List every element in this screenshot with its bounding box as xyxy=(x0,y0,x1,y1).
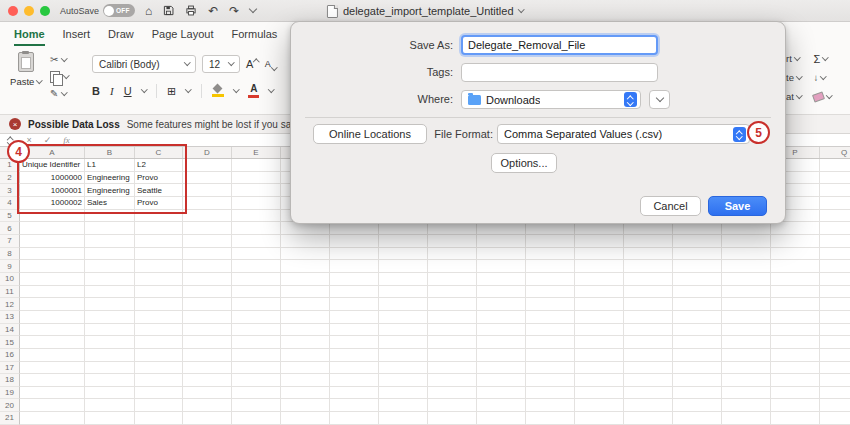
cell-A7[interactable] xyxy=(20,235,85,248)
cell-H11[interactable] xyxy=(379,286,428,299)
cell-L13[interactable] xyxy=(575,311,624,324)
cell-D10[interactable] xyxy=(183,273,232,286)
online-locations-button[interactable]: Online Locations xyxy=(313,124,427,144)
cell-L20[interactable] xyxy=(575,399,624,412)
row-header-20[interactable]: 20 xyxy=(0,399,20,412)
cell-J19[interactable] xyxy=(477,387,526,400)
column-header-E[interactable]: E xyxy=(232,147,281,158)
cell-P11[interactable] xyxy=(771,286,820,299)
tab-draw[interactable]: Draw xyxy=(108,28,134,46)
cell-G11[interactable] xyxy=(330,286,379,299)
cell-B13[interactable] xyxy=(85,311,135,324)
cell-E15[interactable] xyxy=(232,336,281,349)
cell-Q15[interactable] xyxy=(820,336,850,349)
cell-Q9[interactable] xyxy=(820,260,850,273)
cell-F10[interactable] xyxy=(281,273,330,286)
cell-O19[interactable] xyxy=(722,387,771,400)
cell-O15[interactable] xyxy=(722,336,771,349)
cell-M11[interactable] xyxy=(624,286,673,299)
cell-L12[interactable] xyxy=(575,298,624,311)
cell-E8[interactable] xyxy=(232,248,281,261)
cell-P8[interactable] xyxy=(771,248,820,261)
cell-O17[interactable] xyxy=(722,362,771,375)
cell-F14[interactable] xyxy=(281,324,330,337)
warning-close-icon[interactable]: × xyxy=(9,118,21,130)
autosave-switch[interactable]: OFF xyxy=(103,4,135,17)
cell-G12[interactable] xyxy=(330,298,379,311)
cell-F8[interactable] xyxy=(281,248,330,261)
cell-G17[interactable] xyxy=(330,362,379,375)
cell-J16[interactable] xyxy=(477,349,526,362)
row-header-17[interactable]: 17 xyxy=(0,362,20,375)
cell-G7[interactable] xyxy=(330,235,379,248)
cell-M12[interactable] xyxy=(624,298,673,311)
cell-O11[interactable] xyxy=(722,286,771,299)
cell-F12[interactable] xyxy=(281,298,330,311)
cell-E14[interactable] xyxy=(232,324,281,337)
cell-N10[interactable] xyxy=(673,273,722,286)
cell-K6[interactable] xyxy=(526,222,575,235)
cell-H14[interactable] xyxy=(379,324,428,337)
cell-Q20[interactable] xyxy=(820,399,850,412)
cell-P12[interactable] xyxy=(771,298,820,311)
cell-E16[interactable] xyxy=(232,349,281,362)
cell-J13[interactable] xyxy=(477,311,526,324)
column-header-Q[interactable]: Q xyxy=(820,147,850,158)
cell-I14[interactable] xyxy=(428,324,477,337)
cell-I9[interactable] xyxy=(428,260,477,273)
clear-button[interactable] xyxy=(813,91,832,102)
cell-M10[interactable] xyxy=(624,273,673,286)
cell-G18[interactable] xyxy=(330,374,379,387)
cell-O9[interactable] xyxy=(722,260,771,273)
print-icon[interactable] xyxy=(185,5,197,16)
cell-L14[interactable] xyxy=(575,324,624,337)
options-button[interactable]: Options... xyxy=(491,153,557,173)
cell-P19[interactable] xyxy=(771,387,820,400)
cell-M6[interactable] xyxy=(624,222,673,235)
cell-H7[interactable] xyxy=(379,235,428,248)
cell-F15[interactable] xyxy=(281,336,330,349)
cell-N14[interactable] xyxy=(673,324,722,337)
cell-D20[interactable] xyxy=(183,399,232,412)
cell-Q12[interactable] xyxy=(820,298,850,311)
cell-P15[interactable] xyxy=(771,336,820,349)
cell-P13[interactable] xyxy=(771,311,820,324)
cell-D8[interactable] xyxy=(183,248,232,261)
cell-F16[interactable] xyxy=(281,349,330,362)
cell-N8[interactable] xyxy=(673,248,722,261)
cell-B18[interactable] xyxy=(85,374,135,387)
cell-N6[interactable] xyxy=(673,222,722,235)
fill-color-button[interactable] xyxy=(212,85,224,97)
cell-N17[interactable] xyxy=(673,362,722,375)
cell-I18[interactable] xyxy=(428,374,477,387)
cell-Q17[interactable] xyxy=(820,362,850,375)
cell-N19[interactable] xyxy=(673,387,722,400)
cell-G6[interactable] xyxy=(330,222,379,235)
cell-L21[interactable] xyxy=(575,412,624,425)
cell-J17[interactable] xyxy=(477,362,526,375)
cell-O12[interactable] xyxy=(722,298,771,311)
row-header-10[interactable]: 10 xyxy=(0,273,20,286)
cell-O6[interactable] xyxy=(722,222,771,235)
cell-E11[interactable] xyxy=(232,286,281,299)
cancel-button[interactable]: Cancel xyxy=(640,196,701,216)
cell-P14[interactable] xyxy=(771,324,820,337)
cell-O10[interactable] xyxy=(722,273,771,286)
cell-N7[interactable] xyxy=(673,235,722,248)
borders-button[interactable]: ⊞ xyxy=(167,85,176,98)
cell-A21[interactable] xyxy=(20,412,85,425)
cell-D9[interactable] xyxy=(183,260,232,273)
format-painter-button[interactable]: ✎ xyxy=(50,88,69,99)
cell-N20[interactable] xyxy=(673,399,722,412)
cell-C7[interactable] xyxy=(135,235,183,248)
cell-A11[interactable] xyxy=(20,286,85,299)
cell-J6[interactable] xyxy=(477,222,526,235)
underline-button[interactable]: U xyxy=(124,85,132,97)
row-header-8[interactable]: 8 xyxy=(0,248,20,261)
cell-B6[interactable] xyxy=(85,222,135,235)
ribbon-truncated-button-2[interactable]: at xyxy=(786,91,801,102)
cell-E13[interactable] xyxy=(232,311,281,324)
cell-M13[interactable] xyxy=(624,311,673,324)
row-header-9[interactable]: 9 xyxy=(0,260,20,273)
cell-G8[interactable] xyxy=(330,248,379,261)
